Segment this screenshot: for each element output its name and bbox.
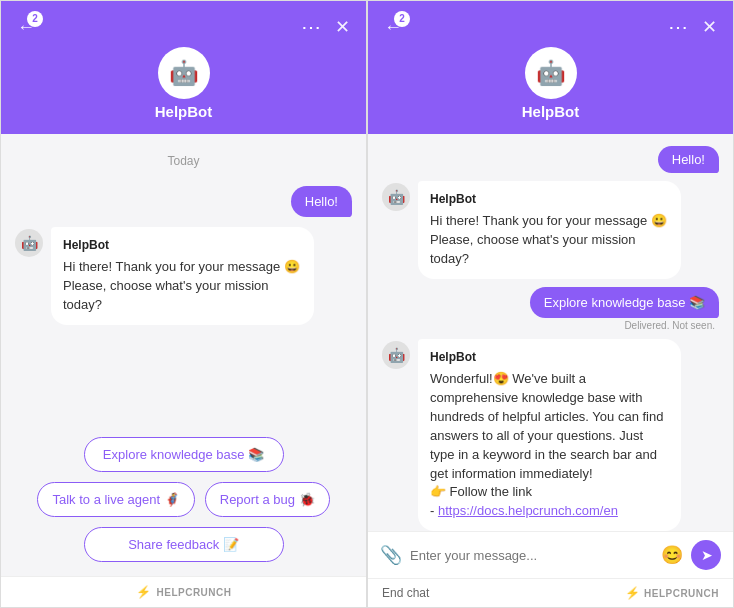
more-icon[interactable]: ⋯ bbox=[301, 15, 323, 39]
report-bug-button[interactable]: Report a bug 🐞 bbox=[205, 482, 330, 517]
bot-text-2: Wonderful!😍 We've built a comprehensive … bbox=[430, 370, 669, 521]
chat-body-left: Today Hello! 🤖 HelpBot Hi there! Thank y… bbox=[1, 134, 366, 427]
notification-badge-right: 2 bbox=[394, 11, 410, 27]
docs-link[interactable]: https://docs.helpcrunch.com/en bbox=[438, 503, 618, 518]
logo-icon-right: ⚡ bbox=[625, 586, 640, 600]
bot-text: Hi there! Thank you for your message 😀 P… bbox=[63, 258, 302, 315]
back-btn-wrapper[interactable]: ← 2 bbox=[17, 17, 35, 38]
bot-sm-icon-2: 🤖 bbox=[388, 347, 405, 363]
panel-left: ← 2 ⋯ ✕ 🤖 HelpBot Today Hello! 🤖 HelpBot bbox=[0, 0, 367, 608]
brand-label: HELPCRUNCH bbox=[157, 587, 232, 598]
header-title-right: HelpBot bbox=[522, 103, 580, 120]
user-bubble-right: Explore knowledge base 📚 bbox=[530, 287, 719, 318]
header-top-row-right: ← 2 ⋯ ✕ bbox=[384, 15, 717, 39]
bot-avatar-sm: 🤖 bbox=[15, 229, 43, 257]
message-input[interactable] bbox=[410, 548, 653, 563]
emoji-icon[interactable]: 😊 bbox=[661, 544, 683, 566]
header-right-icons-right: ⋯ ✕ bbox=[668, 15, 717, 39]
input-bar: 📎 😊 ➤ bbox=[368, 531, 733, 578]
close-icon[interactable]: ✕ bbox=[335, 16, 350, 38]
header-left: ← 2 ⋯ ✕ 🤖 HelpBot bbox=[1, 1, 366, 134]
brand-label-right: HELPCRUNCH bbox=[644, 588, 719, 599]
bot-sender-1: HelpBot bbox=[430, 191, 669, 208]
bot-message-row-2: 🤖 HelpBot Wonderful!😍 We've built a comp… bbox=[382, 339, 719, 531]
chat-body-right: Hello! 🤖 HelpBot Hi there! Thank you for… bbox=[368, 134, 733, 531]
bot-sm-icon-1: 🤖 bbox=[388, 189, 405, 205]
attachment-icon[interactable]: 📎 bbox=[380, 544, 402, 566]
bot-bubble-2: HelpBot Wonderful!😍 We've built a compre… bbox=[418, 339, 681, 531]
end-chat-footer: End chat ⚡ HELPCRUNCH bbox=[368, 578, 733, 607]
action-btn-row: Talk to a live agent 🦸 Report a bug 🐞 bbox=[37, 482, 329, 517]
notification-badge: 2 bbox=[27, 11, 43, 27]
bot-sm-icon: 🤖 bbox=[21, 235, 38, 251]
header-right: ← 2 ⋯ ✕ 🤖 HelpBot bbox=[368, 1, 733, 134]
header-title: HelpBot bbox=[155, 103, 213, 120]
bot-icon: 🤖 bbox=[169, 59, 199, 87]
header-left-icons-right: ← 2 bbox=[384, 17, 402, 38]
logo-icon: ⚡ bbox=[136, 585, 151, 599]
close-icon-right[interactable]: ✕ bbox=[702, 16, 717, 38]
chat-footer-left: ⚡ HELPCRUNCH bbox=[1, 576, 366, 607]
bot-sender: HelpBot bbox=[63, 237, 302, 254]
hello-bubble: Hello! bbox=[658, 146, 719, 173]
bot-message-row-1: 🤖 HelpBot Hi there! Thank you for your m… bbox=[382, 181, 719, 279]
send-icon: ➤ bbox=[701, 547, 713, 563]
user-bubble: Hello! bbox=[291, 186, 352, 217]
bot-message-row: 🤖 HelpBot Hi there! Thank you for your m… bbox=[15, 227, 352, 325]
send-button[interactable]: ➤ bbox=[691, 540, 721, 570]
header-left-icons: ← 2 bbox=[17, 17, 35, 38]
panel-right: ← 2 ⋯ ✕ 🤖 HelpBot Hello! 🤖 HelpBot Hi th… bbox=[367, 0, 734, 608]
talk-agent-button[interactable]: Talk to a live agent 🦸 bbox=[37, 482, 194, 517]
avatar-right: 🤖 bbox=[525, 47, 577, 99]
end-chat-button[interactable]: End chat bbox=[382, 586, 429, 600]
bot-bubble-1: HelpBot Hi there! Thank you for your mes… bbox=[418, 181, 681, 279]
bot-avatar-sm-2: 🤖 bbox=[382, 341, 410, 369]
header-right-icons: ⋯ ✕ bbox=[301, 15, 350, 39]
header-top-row: ← 2 ⋯ ✕ bbox=[17, 15, 350, 39]
bot-bubble: HelpBot Hi there! Thank you for your mes… bbox=[51, 227, 314, 325]
share-feedback-button[interactable]: Share feedback 📝 bbox=[84, 527, 284, 562]
explore-kb-button[interactable]: Explore knowledge base 📚 bbox=[84, 437, 284, 472]
bot-icon-right: 🤖 bbox=[536, 59, 566, 87]
more-icon-right[interactable]: ⋯ bbox=[668, 15, 690, 39]
action-buttons: Explore knowledge base 📚 Talk to a live … bbox=[1, 427, 366, 576]
bot-avatar-sm-1: 🤖 bbox=[382, 183, 410, 211]
footer-right: ⚡ HELPCRUNCH bbox=[625, 586, 719, 600]
back-btn-wrapper-right[interactable]: ← 2 bbox=[384, 17, 402, 38]
bot-text-1: Hi there! Thank you for your message 😀 P… bbox=[430, 212, 669, 269]
bot-sender-2: HelpBot bbox=[430, 349, 669, 366]
avatar: 🤖 bbox=[158, 47, 210, 99]
delivered-note: Delivered. Not seen. bbox=[382, 320, 719, 331]
date-divider: Today bbox=[15, 154, 352, 168]
